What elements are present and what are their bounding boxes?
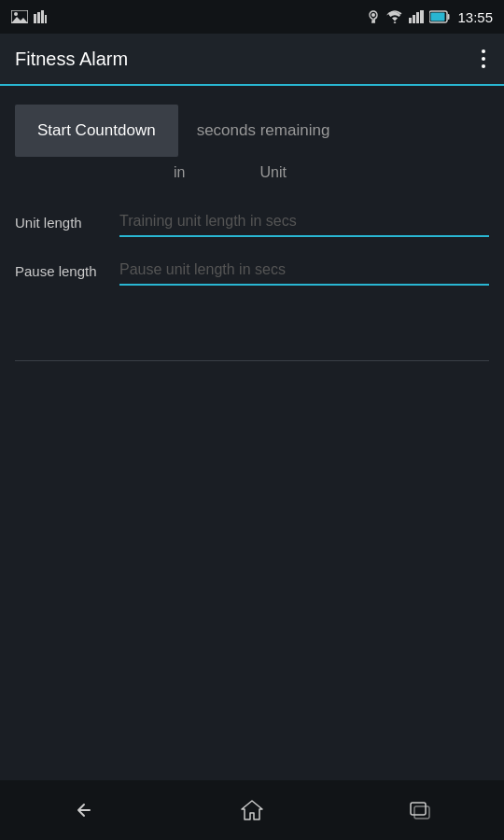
svg-rect-10 <box>420 10 424 23</box>
signal-icon <box>409 10 424 23</box>
pause-length-input[interactable] <box>119 256 489 286</box>
more-options-button[interactable] <box>478 46 489 72</box>
svg-rect-8 <box>413 15 415 23</box>
svg-rect-7 <box>409 18 412 23</box>
back-button[interactable] <box>56 791 112 829</box>
svg-rect-12 <box>448 14 450 20</box>
svg-rect-9 <box>416 12 419 23</box>
status-left-icons <box>11 10 47 23</box>
unit-length-row: Unit length <box>15 207 489 237</box>
toolbar: Fitness Alarm <box>0 34 504 86</box>
time-display: 13:55 <box>457 9 493 25</box>
svg-marker-2 <box>11 17 28 23</box>
in-label: in <box>174 164 185 181</box>
recents-button[interactable] <box>392 791 448 829</box>
alarm-icon <box>366 9 381 24</box>
back-icon <box>71 799 97 821</box>
seconds-remaining-label: seconds remaining <box>197 121 330 140</box>
svg-rect-14 <box>411 803 426 815</box>
countdown-row: Start Countdown seconds remaining <box>15 105 489 157</box>
pause-length-row: Pause length <box>15 256 489 286</box>
svg-rect-6 <box>45 15 47 23</box>
unit-length-input[interactable] <box>119 207 489 237</box>
svg-rect-13 <box>431 13 445 21</box>
svg-rect-15 <box>414 806 429 819</box>
start-countdown-button[interactable]: Start Countdown <box>15 105 178 157</box>
home-button[interactable] <box>224 791 280 829</box>
bars-icon <box>34 10 47 23</box>
unit-length-label: Unit length <box>15 215 108 231</box>
battery-icon <box>429 10 450 23</box>
recents-icon <box>407 799 433 821</box>
unit-value-label: Unit <box>259 164 286 181</box>
status-right-icons: 13:55 <box>366 9 493 25</box>
wifi-icon <box>386 10 403 23</box>
app-title: Fitness Alarm <box>15 49 128 70</box>
content-divider <box>15 360 489 361</box>
svg-rect-3 <box>34 14 36 23</box>
image-icon <box>11 10 28 23</box>
svg-rect-5 <box>41 10 44 23</box>
pause-length-label: Pause length <box>15 263 108 279</box>
unit-row: in Unit <box>15 164 489 181</box>
svg-rect-4 <box>37 12 40 23</box>
home-icon <box>239 798 265 822</box>
main-content: Start Countdown seconds remaining in Uni… <box>0 86 504 323</box>
status-bar: 13:55 <box>0 0 504 34</box>
nav-bar <box>0 780 504 840</box>
svg-point-1 <box>14 12 18 16</box>
